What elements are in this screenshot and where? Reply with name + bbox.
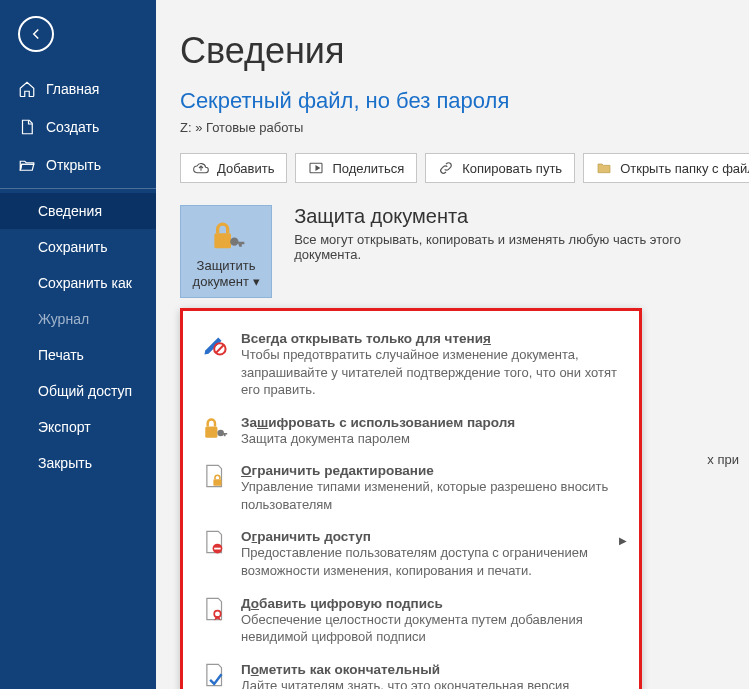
menu-item-mark-final[interactable]: Пометить как окончательный Дайте читател… [197,654,625,689]
lock-key-icon [201,415,229,441]
button-label: Защититьдокумент ▾ [193,258,260,289]
file-new-icon [18,118,36,136]
sidebar-item-label: Экспорт [38,419,91,435]
sidebar-item-print[interactable]: Печать [0,337,156,373]
document-title: Секретный файл, но без пароля [180,88,721,114]
menu-item-readonly[interactable]: Всегда открывать только для чтения Чтобы… [197,323,625,407]
menu-item-desc: Обеспечение целостности документа путем … [241,611,621,646]
menu-item-desc: Защита документа паролем [241,430,621,448]
sidebar-item-label: Сохранить как [38,275,132,291]
sidebar-item-save[interactable]: Сохранить [0,229,156,265]
sidebar-item-history[interactable]: Журнал [0,301,156,337]
sidebar-item-close[interactable]: Закрыть [0,445,156,481]
lock-key-icon [206,218,246,252]
truncated-background-text: х при [707,452,739,467]
upload-icon [193,160,209,176]
menu-item-desc: Управление типами изменений, которые раз… [241,478,621,513]
back-button[interactable] [18,16,54,52]
menu-item-title: Ограничить доступ [241,529,621,544]
sidebar-item-label: Общий доступ [38,383,132,399]
menu-item-restrict-edit[interactable]: Ограничить редактирование Управление тип… [197,455,625,521]
doc-block-icon [201,529,229,555]
svg-rect-4 [205,426,217,437]
doc-check-icon [201,662,229,688]
pen-block-icon [201,331,229,357]
menu-item-desc: Предоставление пользователям доступа с о… [241,544,621,579]
sidebar-item-label: Закрыть [38,455,92,471]
sidebar-item-label: Печать [38,347,84,363]
menu-item-desc: Дайте читателям знать, что это окончател… [241,677,621,689]
menu-item-title: Зашифровать с использованием пароля [241,415,621,430]
folder-open-icon [18,156,36,174]
section-description: Все могут открывать, копировать и изменя… [294,232,721,262]
info-toolbar: Добавить Поделиться Копировать путь Откр… [180,153,721,183]
doc-lock-icon [201,463,229,489]
sidebar-item-label: Главная [46,81,99,97]
menu-item-desc: Чтобы предотвратить случайное изменение … [241,346,621,399]
sidebar-item-label: Открыть [46,157,101,173]
svg-rect-1 [214,233,231,248]
button-label: Поделиться [332,161,404,176]
sidebar-item-label: Создать [46,119,99,135]
svg-point-2 [230,238,238,246]
arrow-left-icon [27,25,45,43]
backstage-sidebar: Главная Создать Открыть Сведения Сохрани… [0,0,156,689]
sidebar-item-saveas[interactable]: Сохранить как [0,265,156,301]
svg-rect-6 [213,480,221,487]
menu-item-title: Всегда открывать только для чтения [241,331,621,346]
sidebar-item-new[interactable]: Создать [0,108,156,146]
page-title: Сведения [180,30,721,72]
sidebar-item-export[interactable]: Экспорт [0,409,156,445]
protect-dropdown-menu: Всегда открывать только для чтения Чтобы… [180,308,642,689]
copy-path-button[interactable]: Копировать путь [425,153,575,183]
share-button[interactable]: Поделиться [295,153,417,183]
doc-ribbon-icon [201,596,229,622]
share-icon [308,160,324,176]
menu-item-encrypt[interactable]: Зашифровать с использованием пароля Защи… [197,407,625,456]
svg-rect-8 [214,548,221,550]
menu-item-restrict-access[interactable]: Ограничить доступ Предоставление пользов… [197,521,625,587]
main-content: Сведения Секретный файл, но без пароля Z… [156,0,749,689]
folder-icon [596,160,612,176]
sidebar-item-share[interactable]: Общий доступ [0,373,156,409]
sidebar-item-open[interactable]: Открыть [0,146,156,184]
sidebar-item-label: Сохранить [38,239,108,255]
submenu-arrow-icon: ▶ [619,535,627,546]
sidebar-item-label: Сведения [38,203,102,219]
link-icon [438,160,454,176]
section-heading: Защита документа [294,205,721,228]
home-icon [18,80,36,98]
sidebar-separator [0,188,156,189]
menu-item-title: Добавить цифровую подпись [241,596,621,611]
svg-point-5 [217,429,224,436]
menu-item-digital-signature[interactable]: Добавить цифровую подпись Обеспечение це… [197,588,625,654]
button-label: Открыть папку с файлом [620,161,749,176]
sidebar-item-label: Журнал [38,311,89,327]
protect-section: Защититьдокумент ▾ Защита документа Все … [180,205,721,298]
button-label: Копировать путь [462,161,562,176]
open-folder-button[interactable]: Открыть папку с файлом [583,153,749,183]
menu-item-title: Ограничить редактирование [241,463,621,478]
sidebar-item-home[interactable]: Главная [0,70,156,108]
add-button[interactable]: Добавить [180,153,287,183]
menu-item-title: Пометить как окончательный [241,662,621,677]
document-path: Z: » Готовые работы [180,120,721,135]
protect-text: Защита документа Все могут открывать, ко… [294,205,721,262]
button-label: Добавить [217,161,274,176]
protect-document-button[interactable]: Защититьдокумент ▾ [180,205,272,298]
sidebar-item-info[interactable]: Сведения [0,193,156,229]
